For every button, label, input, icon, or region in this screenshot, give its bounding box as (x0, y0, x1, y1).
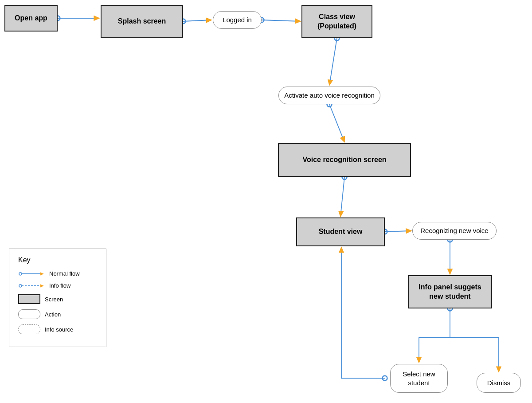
open-app-node: Open app (4, 5, 58, 32)
info-panel-node: Info panel suggetsnew student (408, 275, 492, 308)
select-new-student-node: Select newstudent (390, 364, 448, 393)
key-info-source-row: Info source (18, 324, 97, 334)
key-info-flow-row: Info flow (18, 282, 97, 289)
recognizing-voice-node: Recognizing new voice (412, 222, 497, 240)
diagram-container: Open app Splash screen Logged in Class v… (0, 0, 532, 403)
splash-screen-node: Splash screen (101, 5, 183, 38)
key-normal-flow-row: Normal flow (18, 270, 97, 277)
svg-line-4 (183, 20, 211, 21)
key-screen-row: Screen (18, 294, 97, 304)
logged-in-node: Logged in (213, 11, 262, 29)
key-screen-box (18, 294, 40, 304)
key-box: Key Normal flow Info flow (9, 249, 106, 347)
svg-line-9 (385, 231, 411, 232)
svg-marker-20 (40, 284, 44, 287)
activate-voice-node: Activate auto voice recognition (278, 87, 380, 104)
key-action-box (18, 309, 40, 319)
class-view-node: Class view(Populated) (301, 5, 372, 38)
key-title: Key (18, 256, 97, 264)
svg-marker-17 (40, 272, 44, 275)
svg-line-5 (262, 20, 301, 21)
svg-point-15 (19, 273, 22, 275)
dismiss-node: Dismiss (477, 373, 521, 393)
student-view-node: Student view (296, 217, 385, 246)
key-info-flow-line (18, 283, 45, 289)
key-action-row: Action (18, 309, 97, 319)
svg-line-8 (340, 177, 344, 217)
voice-recognition-screen-node: Voice recognition screen (278, 143, 411, 177)
svg-point-18 (19, 284, 22, 287)
svg-line-7 (329, 104, 344, 142)
key-normal-flow-line (18, 271, 45, 277)
svg-line-6 (329, 38, 337, 85)
key-info-source-box (18, 324, 40, 334)
